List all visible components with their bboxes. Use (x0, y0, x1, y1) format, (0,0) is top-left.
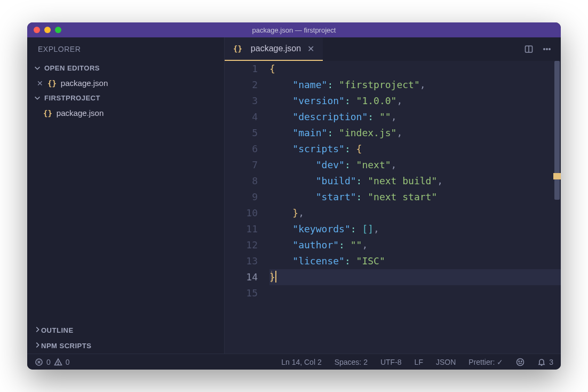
svg-point-12 (521, 360, 522, 362)
traffic-lights (27, 27, 61, 33)
outline-label: OUTLINE (41, 326, 74, 334)
error-count: 0 (46, 358, 51, 366)
eol[interactable]: LF (415, 358, 423, 366)
open-editor-item[interactable]: ✕ {} package.json (27, 75, 224, 91)
outline-section[interactable]: OUTLINE (27, 323, 224, 338)
vscode-window: package.json — firstproject EXPLORER OPE… (27, 22, 561, 370)
status-bar: 0 0 Ln 14, Col 2 Spaces: 2 UTF-8 LF JSON… (27, 354, 561, 370)
notifications-indicator[interactable]: 3 (537, 358, 553, 366)
split-editor-icon[interactable] (525, 45, 533, 53)
editor-tab[interactable]: {} package.json ✕ (225, 37, 323, 61)
close-icon[interactable]: ✕ (37, 79, 43, 88)
encoding[interactable]: UTF-8 (380, 358, 402, 366)
bell-icon (537, 358, 546, 366)
more-actions-icon[interactable] (543, 45, 551, 53)
svg-point-11 (519, 360, 520, 362)
warning-icon (54, 358, 62, 366)
project-section[interactable]: FIRSTPROJECT (27, 91, 224, 105)
code-content[interactable]: { "name": "firstproject", "version": "1.… (269, 61, 561, 354)
open-editors-label: OPEN EDITORS (44, 64, 100, 72)
npm-scripts-label: NPM SCRIPTS (41, 342, 91, 350)
project-label: FIRSTPROJECT (44, 94, 100, 102)
svg-point-3 (546, 49, 547, 50)
json-file-icon: {} (43, 109, 52, 117)
npm-scripts-section[interactable]: NPM SCRIPTS (27, 338, 224, 354)
tab-bar: {} package.json ✕ (225, 37, 561, 61)
chevron-down-icon (34, 95, 41, 102)
open-editor-filename: package.json (61, 79, 108, 88)
json-file-icon: {} (233, 44, 242, 53)
open-editors-section[interactable]: OPEN EDITORS (27, 61, 224, 75)
chevron-down-icon (34, 65, 41, 72)
svg-point-4 (549, 49, 550, 50)
language-mode[interactable]: JSON (436, 358, 456, 366)
explorer-sidebar: EXPLORER OPEN EDITORS ✕ {} package.json … (27, 37, 225, 354)
close-icon[interactable]: ✕ (307, 44, 314, 54)
chevron-right-icon (34, 341, 41, 350)
tab-filename: package.json (251, 44, 301, 53)
problems-indicator[interactable]: 0 0 (35, 358, 70, 366)
notification-count: 3 (549, 358, 553, 366)
editor-area: {} package.json ✕ 123456789101112131415 … (225, 37, 561, 354)
error-icon (35, 358, 43, 366)
titlebar[interactable]: package.json — firstproject (27, 22, 561, 37)
window-minimize-button[interactable] (44, 27, 51, 33)
scrollbar-track[interactable] (553, 61, 561, 354)
line-number-gutter: 123456789101112131415 (225, 61, 269, 354)
editor-body[interactable]: 123456789101112131415 { "name": "firstpr… (225, 61, 561, 354)
warning-count: 0 (66, 358, 70, 366)
workspace: EXPLORER OPEN EDITORS ✕ {} package.json … (27, 37, 561, 354)
json-file-icon: {} (47, 79, 57, 88)
svg-point-2 (544, 49, 545, 50)
window-title: package.json — firstproject (252, 26, 336, 34)
minimap-marker (553, 173, 561, 179)
feedback-icon[interactable] (516, 358, 525, 366)
indentation[interactable]: Spaces: 2 (335, 358, 368, 366)
window-close-button[interactable] (34, 27, 40, 33)
window-maximize-button[interactable] (55, 27, 61, 33)
svg-point-9 (58, 364, 58, 364)
svg-point-10 (517, 358, 524, 365)
editor-actions (515, 37, 561, 61)
explorer-title: EXPLORER (27, 37, 224, 61)
formatter-status[interactable]: Prettier: ✓ (468, 358, 503, 366)
file-tree-item[interactable]: {} package.json (27, 105, 224, 121)
file-tree-filename: package.json (57, 108, 104, 117)
chevron-right-icon (34, 326, 41, 335)
cursor-position[interactable]: Ln 14, Col 2 (281, 358, 322, 366)
